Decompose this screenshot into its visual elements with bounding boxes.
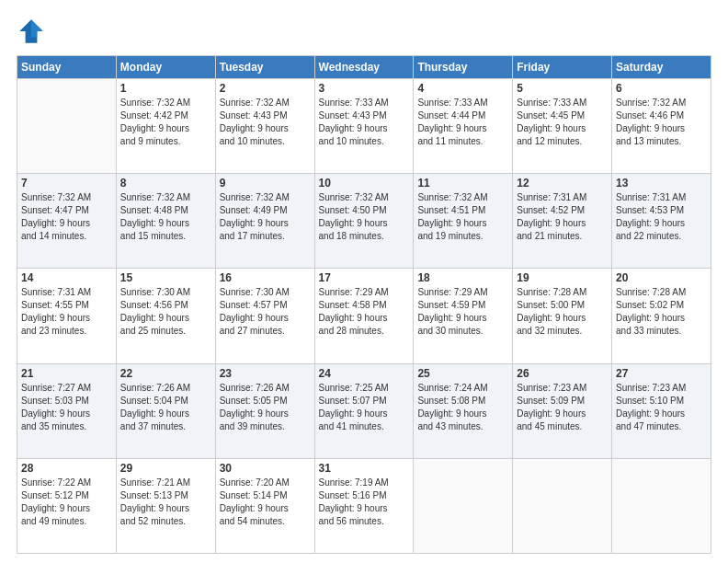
day-info: Sunrise: 7:32 AM Sunset: 4:50 PM Dayligh… (319, 191, 410, 243)
day-cell: 4Sunrise: 7:33 AM Sunset: 4:44 PM Daylig… (414, 79, 513, 174)
weekday-friday: Friday (513, 56, 612, 79)
day-cell: 15Sunrise: 7:30 AM Sunset: 4:56 PM Dayli… (116, 269, 215, 363)
day-number: 30 (220, 462, 311, 475)
day-number: 1 (120, 82, 211, 95)
day-info: Sunrise: 7:32 AM Sunset: 4:48 PM Dayligh… (120, 191, 211, 243)
day-cell: 14Sunrise: 7:31 AM Sunset: 4:55 PM Dayli… (17, 269, 117, 363)
day-number: 10 (319, 177, 410, 190)
day-cell: 17Sunrise: 7:29 AM Sunset: 4:58 PM Dayli… (314, 269, 414, 363)
week-row-3: 14Sunrise: 7:31 AM Sunset: 4:55 PM Dayli… (17, 269, 711, 363)
day-info: Sunrise: 7:30 AM Sunset: 4:56 PM Dayligh… (120, 286, 211, 338)
day-cell: 27Sunrise: 7:23 AM Sunset: 5:10 PM Dayli… (612, 363, 711, 458)
day-cell: 16Sunrise: 7:30 AM Sunset: 4:57 PM Dayli… (215, 269, 314, 363)
logo-icon (17, 17, 46, 46)
day-info: Sunrise: 7:33 AM Sunset: 4:43 PM Dayligh… (319, 97, 410, 148)
day-number: 18 (417, 271, 508, 284)
day-info: Sunrise: 7:32 AM Sunset: 4:43 PM Dayligh… (220, 97, 311, 148)
week-row-1: 1Sunrise: 7:32 AM Sunset: 4:42 PM Daylig… (17, 79, 711, 174)
day-cell: 12Sunrise: 7:31 AM Sunset: 4:52 PM Dayli… (513, 174, 612, 269)
day-cell (414, 458, 513, 553)
weekday-sunday: Sunday (17, 56, 117, 79)
day-info: Sunrise: 7:33 AM Sunset: 4:44 PM Dayligh… (417, 97, 508, 148)
day-info: Sunrise: 7:19 AM Sunset: 5:16 PM Dayligh… (319, 477, 410, 528)
weekday-header-row: SundayMondayTuesdayWednesdayThursdayFrid… (17, 56, 711, 79)
day-number: 21 (21, 367, 112, 380)
day-number: 12 (517, 177, 608, 190)
day-number: 28 (21, 462, 112, 475)
day-info: Sunrise: 7:28 AM Sunset: 5:02 PM Dayligh… (616, 286, 707, 338)
day-info: Sunrise: 7:32 AM Sunset: 4:51 PM Dayligh… (417, 191, 508, 243)
day-info: Sunrise: 7:24 AM Sunset: 5:08 PM Dayligh… (417, 382, 508, 433)
day-cell: 24Sunrise: 7:25 AM Sunset: 5:07 PM Dayli… (314, 363, 414, 458)
day-info: Sunrise: 7:32 AM Sunset: 4:46 PM Dayligh… (616, 97, 707, 148)
day-cell: 28Sunrise: 7:22 AM Sunset: 5:12 PM Dayli… (17, 458, 117, 553)
day-info: Sunrise: 7:31 AM Sunset: 4:52 PM Dayligh… (517, 191, 608, 243)
calendar-table: SundayMondayTuesdayWednesdayThursdayFrid… (17, 55, 711, 554)
day-cell: 26Sunrise: 7:23 AM Sunset: 5:09 PM Dayli… (513, 363, 612, 458)
day-info: Sunrise: 7:28 AM Sunset: 5:00 PM Dayligh… (517, 286, 608, 338)
day-number: 24 (319, 367, 410, 380)
day-cell: 18Sunrise: 7:29 AM Sunset: 4:59 PM Dayli… (414, 269, 513, 363)
day-cell: 23Sunrise: 7:26 AM Sunset: 5:05 PM Dayli… (215, 363, 314, 458)
day-cell: 2Sunrise: 7:32 AM Sunset: 4:43 PM Daylig… (215, 79, 314, 174)
day-info: Sunrise: 7:26 AM Sunset: 5:04 PM Dayligh… (120, 382, 211, 433)
day-number: 7 (21, 177, 112, 190)
day-cell: 31Sunrise: 7:19 AM Sunset: 5:16 PM Dayli… (314, 458, 414, 553)
logo (17, 17, 50, 46)
day-cell: 5Sunrise: 7:33 AM Sunset: 4:45 PM Daylig… (513, 79, 612, 174)
day-number: 4 (417, 82, 508, 95)
day-cell (513, 458, 612, 553)
week-row-4: 21Sunrise: 7:27 AM Sunset: 5:03 PM Dayli… (17, 363, 711, 458)
day-info: Sunrise: 7:25 AM Sunset: 5:07 PM Dayligh… (319, 382, 410, 433)
day-cell: 22Sunrise: 7:26 AM Sunset: 5:04 PM Dayli… (116, 363, 215, 458)
day-info: Sunrise: 7:29 AM Sunset: 4:59 PM Dayligh… (417, 286, 508, 338)
day-cell: 29Sunrise: 7:21 AM Sunset: 5:13 PM Dayli… (116, 458, 215, 553)
svg-marker-1 (31, 19, 43, 37)
day-info: Sunrise: 7:30 AM Sunset: 4:57 PM Dayligh… (220, 286, 311, 338)
header (17, 17, 711, 46)
day-cell: 1Sunrise: 7:32 AM Sunset: 4:42 PM Daylig… (116, 79, 215, 174)
day-number: 5 (517, 82, 608, 95)
weekday-saturday: Saturday (612, 56, 711, 79)
day-info: Sunrise: 7:26 AM Sunset: 5:05 PM Dayligh… (220, 382, 311, 433)
day-info: Sunrise: 7:23 AM Sunset: 5:09 PM Dayligh… (517, 382, 608, 433)
day-cell: 13Sunrise: 7:31 AM Sunset: 4:53 PM Dayli… (612, 174, 711, 269)
day-number: 13 (616, 177, 707, 190)
day-info: Sunrise: 7:32 AM Sunset: 4:47 PM Dayligh… (21, 191, 112, 243)
day-number: 20 (616, 271, 707, 284)
day-number: 2 (220, 82, 311, 95)
day-number: 6 (616, 82, 707, 95)
day-number: 29 (120, 462, 211, 475)
day-info: Sunrise: 7:20 AM Sunset: 5:14 PM Dayligh… (220, 477, 311, 528)
day-cell: 11Sunrise: 7:32 AM Sunset: 4:51 PM Dayli… (414, 174, 513, 269)
weekday-thursday: Thursday (414, 56, 513, 79)
page: SundayMondayTuesdayWednesdayThursdayFrid… (0, 0, 728, 563)
day-number: 22 (120, 367, 211, 380)
weekday-tuesday: Tuesday (215, 56, 314, 79)
day-number: 8 (120, 177, 211, 190)
weekday-monday: Monday (116, 56, 215, 79)
day-cell: 20Sunrise: 7:28 AM Sunset: 5:02 PM Dayli… (612, 269, 711, 363)
day-cell: 6Sunrise: 7:32 AM Sunset: 4:46 PM Daylig… (612, 79, 711, 174)
day-cell: 30Sunrise: 7:20 AM Sunset: 5:14 PM Dayli… (215, 458, 314, 553)
day-number: 11 (417, 177, 508, 190)
day-cell: 19Sunrise: 7:28 AM Sunset: 5:00 PM Dayli… (513, 269, 612, 363)
day-number: 17 (319, 271, 410, 284)
day-cell: 7Sunrise: 7:32 AM Sunset: 4:47 PM Daylig… (17, 174, 117, 269)
day-info: Sunrise: 7:32 AM Sunset: 4:42 PM Dayligh… (120, 97, 211, 148)
day-number: 26 (517, 367, 608, 380)
day-number: 31 (319, 462, 410, 475)
day-number: 23 (220, 367, 311, 380)
day-number: 9 (220, 177, 311, 190)
day-number: 16 (220, 271, 311, 284)
day-cell: 21Sunrise: 7:27 AM Sunset: 5:03 PM Dayli… (17, 363, 117, 458)
day-info: Sunrise: 7:21 AM Sunset: 5:13 PM Dayligh… (120, 477, 211, 528)
day-number: 27 (616, 367, 707, 380)
day-info: Sunrise: 7:27 AM Sunset: 5:03 PM Dayligh… (21, 382, 112, 433)
day-cell: 3Sunrise: 7:33 AM Sunset: 4:43 PM Daylig… (314, 79, 414, 174)
day-info: Sunrise: 7:22 AM Sunset: 5:12 PM Dayligh… (21, 477, 112, 528)
day-number: 3 (319, 82, 410, 95)
weekday-wednesday: Wednesday (314, 56, 414, 79)
day-cell: 8Sunrise: 7:32 AM Sunset: 4:48 PM Daylig… (116, 174, 215, 269)
day-cell (612, 458, 711, 553)
